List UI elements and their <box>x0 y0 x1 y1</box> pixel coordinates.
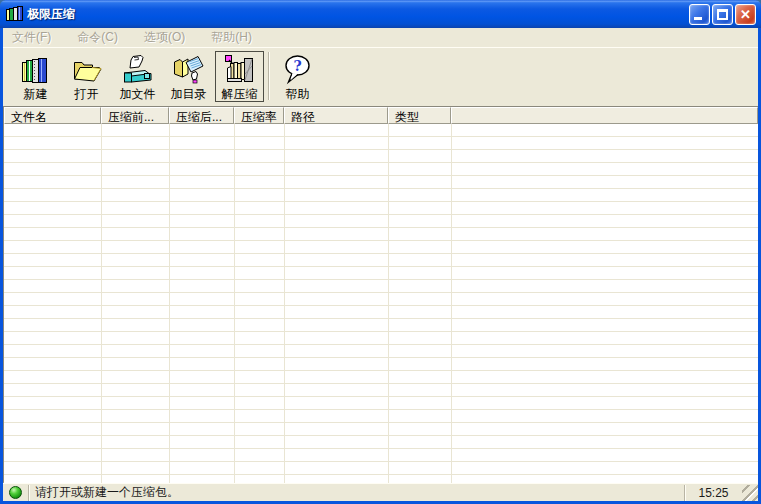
add-directory-icon <box>172 54 205 87</box>
green-ball-icon <box>9 486 22 499</box>
svg-text:?: ? <box>293 57 301 73</box>
close-button[interactable]: ✕ <box>735 4 756 25</box>
new-archive-icon <box>19 54 52 87</box>
grid-vline <box>101 124 102 483</box>
close-icon: ✕ <box>736 5 755 24</box>
toolbar-label: 帮助 <box>286 87 310 101</box>
grid-vline <box>451 124 452 483</box>
status-clock: 15:25 <box>684 485 742 501</box>
menu-bar: 文件(F) 命令(C) 选项(O) 帮助(H) <box>3 28 758 47</box>
toolbar-label: 解压缩 <box>222 87 258 101</box>
column-header-ratio[interactable]: 压缩率 <box>234 107 284 124</box>
status-icon-panel <box>3 485 29 501</box>
column-header-path[interactable]: 路径 <box>284 107 388 124</box>
toolbar-button-open[interactable]: 打开 <box>62 51 111 102</box>
app-window: 极限压缩 ✕ 文件(F) 命令(C) 选项(O) 帮助(H) 新建 <box>0 0 761 504</box>
toolbar-separator <box>268 52 270 100</box>
toolbar-label: 新建 <box>24 87 48 101</box>
resize-grip[interactable] <box>742 485 758 501</box>
toolbar: 新建 打开 加文件 <box>3 47 758 106</box>
titlebar: 极限压缩 ✕ <box>0 0 761 28</box>
toolbar-button-add-directory[interactable]: 加目录 <box>164 51 213 102</box>
app-books-icon <box>6 6 23 22</box>
toolbar-button-new[interactable]: 新建 <box>11 51 60 102</box>
grid-vline <box>169 124 170 483</box>
file-list: 文件名 压缩前... 压缩后... 压缩率 路径 类型 <box>3 106 758 483</box>
toolbar-button-add-file[interactable]: 加文件 <box>113 51 162 102</box>
menu-help[interactable]: 帮助(H) <box>207 27 260 48</box>
column-header-filename[interactable]: 文件名 <box>4 107 101 124</box>
column-header-size-after[interactable]: 压缩后... <box>169 107 234 124</box>
extract-icon <box>223 54 256 87</box>
toolbar-label: 加目录 <box>171 87 207 101</box>
column-header-type[interactable]: 类型 <box>388 107 451 124</box>
open-archive-icon <box>70 54 103 87</box>
add-file-icon <box>121 54 154 87</box>
menu-options[interactable]: 选项(O) <box>140 27 193 48</box>
toolbar-button-extract[interactable]: 解压缩 <box>215 51 264 102</box>
maximize-button[interactable] <box>712 4 733 25</box>
minimize-button[interactable] <box>689 4 710 25</box>
maximize-icon <box>717 9 728 20</box>
window-title: 极限压缩 <box>27 6 689 23</box>
toolbar-label: 加文件 <box>120 87 156 101</box>
minimize-icon <box>694 17 702 20</box>
help-icon: ? <box>281 54 314 87</box>
toolbar-label: 打开 <box>75 87 99 101</box>
column-header-size-before[interactable]: 压缩前... <box>101 107 169 124</box>
grid-vline <box>284 124 285 483</box>
file-list-body[interactable] <box>4 124 758 483</box>
menu-command[interactable]: 命令(C) <box>73 27 126 48</box>
grid-vline <box>388 124 389 483</box>
toolbar-button-help[interactable]: ? 帮助 <box>273 51 322 102</box>
file-list-header: 文件名 压缩前... 压缩后... 压缩率 路径 类型 <box>4 107 758 124</box>
status-message: 请打开或新建一个压缩包。 <box>29 484 684 501</box>
menu-file[interactable]: 文件(F) <box>8 27 59 48</box>
column-header-blank <box>451 107 758 124</box>
status-bar: 请打开或新建一个压缩包。 15:25 <box>3 483 758 501</box>
grid-vline <box>234 124 235 483</box>
